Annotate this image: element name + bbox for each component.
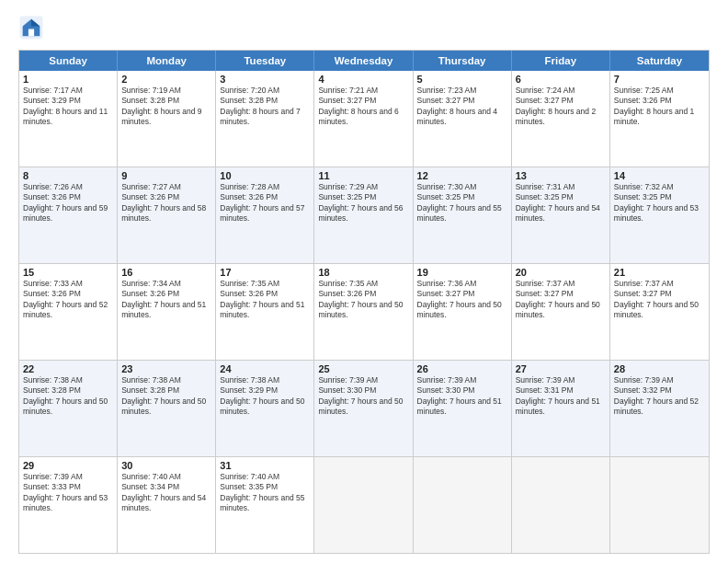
day-info: Sunrise: 7:17 AMSunset: 3:29 PMDaylight:…	[23, 86, 113, 128]
day-number: 17	[220, 267, 310, 278]
day-number: 2	[121, 74, 211, 85]
calendar-header-row: SundayMondayTuesdayWednesdayThursdayFrid…	[19, 51, 709, 71]
calendar-cell: 24Sunrise: 7:38 AMSunset: 3:29 PMDayligh…	[216, 361, 314, 456]
day-number: 15	[23, 267, 113, 278]
calendar-cell: 13Sunrise: 7:31 AMSunset: 3:25 PMDayligh…	[512, 167, 610, 263]
svg-rect-3	[28, 29, 34, 37]
day-info: Sunrise: 7:35 AMSunset: 3:26 PMDaylight:…	[220, 279, 310, 321]
day-number: 16	[121, 267, 211, 278]
day-number: 23	[121, 363, 211, 374]
day-info: Sunrise: 7:40 AMSunset: 3:34 PMDaylight:…	[121, 472, 211, 514]
calendar-cell: 30Sunrise: 7:40 AMSunset: 3:34 PMDayligh…	[118, 457, 216, 553]
calendar-cell: 2Sunrise: 7:19 AMSunset: 3:28 PMDaylight…	[118, 71, 216, 167]
calendar-header-cell: Thursday	[414, 51, 512, 71]
calendar-cell: 16Sunrise: 7:34 AMSunset: 3:26 PMDayligh…	[118, 264, 216, 360]
day-number: 18	[318, 267, 408, 278]
day-info: Sunrise: 7:21 AMSunset: 3:27 PMDaylight:…	[318, 86, 408, 128]
calendar-cell: 6Sunrise: 7:24 AMSunset: 3:27 PMDaylight…	[512, 71, 610, 167]
calendar-row: 22Sunrise: 7:38 AMSunset: 3:28 PMDayligh…	[19, 360, 709, 456]
day-number: 20	[516, 267, 606, 278]
day-number: 12	[417, 170, 507, 181]
day-number: 21	[614, 267, 705, 278]
calendar-cell: 5Sunrise: 7:23 AMSunset: 3:27 PMDaylight…	[414, 71, 512, 167]
calendar-cell	[414, 457, 512, 553]
day-info: Sunrise: 7:38 AMSunset: 3:28 PMDaylight:…	[23, 375, 113, 418]
calendar-body: 1Sunrise: 7:17 AMSunset: 3:29 PMDaylight…	[19, 71, 709, 553]
calendar-cell: 25Sunrise: 7:39 AMSunset: 3:30 PMDayligh…	[314, 361, 413, 456]
day-info: Sunrise: 7:19 AMSunset: 3:28 PMDaylight:…	[121, 86, 211, 128]
logo	[18, 15, 48, 40]
day-info: Sunrise: 7:39 AMSunset: 3:33 PMDaylight:…	[23, 472, 113, 514]
day-info: Sunrise: 7:24 AMSunset: 3:27 PMDaylight:…	[516, 86, 606, 128]
calendar-cell	[610, 457, 709, 553]
calendar-cell: 21Sunrise: 7:37 AMSunset: 3:27 PMDayligh…	[610, 264, 709, 360]
calendar-cell: 1Sunrise: 7:17 AMSunset: 3:29 PMDaylight…	[19, 71, 118, 167]
page: SundayMondayTuesdayWednesdayThursdayFrid…	[0, 0, 728, 563]
day-info: Sunrise: 7:38 AMSunset: 3:29 PMDaylight:…	[220, 375, 310, 418]
day-number: 10	[220, 170, 310, 181]
calendar-cell: 28Sunrise: 7:39 AMSunset: 3:32 PMDayligh…	[610, 361, 709, 456]
calendar-cell: 8Sunrise: 7:26 AMSunset: 3:26 PMDaylight…	[19, 167, 118, 263]
calendar-cell: 7Sunrise: 7:25 AMSunset: 3:26 PMDaylight…	[610, 71, 709, 167]
day-info: Sunrise: 7:26 AMSunset: 3:26 PMDaylight:…	[23, 182, 113, 224]
day-number: 31	[220, 460, 310, 471]
calendar-row: 1Sunrise: 7:17 AMSunset: 3:29 PMDaylight…	[19, 71, 709, 167]
calendar-cell: 31Sunrise: 7:40 AMSunset: 3:35 PMDayligh…	[216, 457, 314, 553]
day-number: 14	[614, 170, 705, 181]
calendar-cell: 12Sunrise: 7:30 AMSunset: 3:25 PMDayligh…	[414, 167, 512, 263]
day-number: 25	[318, 363, 408, 374]
day-info: Sunrise: 7:20 AMSunset: 3:28 PMDaylight:…	[220, 86, 310, 128]
calendar-cell: 3Sunrise: 7:20 AMSunset: 3:28 PMDaylight…	[216, 71, 314, 167]
day-number: 9	[121, 170, 211, 181]
calendar-cell: 29Sunrise: 7:39 AMSunset: 3:33 PMDayligh…	[19, 457, 118, 553]
calendar: SundayMondayTuesdayWednesdayThursdayFrid…	[18, 50, 710, 554]
day-info: Sunrise: 7:37 AMSunset: 3:27 PMDaylight:…	[614, 279, 705, 321]
calendar-header-cell: Monday	[118, 51, 216, 71]
day-number: 11	[318, 170, 408, 181]
day-number: 29	[23, 460, 113, 471]
day-info: Sunrise: 7:31 AMSunset: 3:25 PMDaylight:…	[516, 182, 606, 224]
calendar-cell: 17Sunrise: 7:35 AMSunset: 3:26 PMDayligh…	[216, 264, 314, 360]
calendar-cell: 22Sunrise: 7:38 AMSunset: 3:28 PMDayligh…	[19, 361, 118, 456]
day-info: Sunrise: 7:36 AMSunset: 3:27 PMDaylight:…	[417, 279, 507, 321]
day-info: Sunrise: 7:29 AMSunset: 3:25 PMDaylight:…	[318, 182, 408, 224]
day-info: Sunrise: 7:37 AMSunset: 3:27 PMDaylight:…	[516, 279, 606, 321]
calendar-row: 29Sunrise: 7:39 AMSunset: 3:33 PMDayligh…	[19, 456, 709, 553]
day-info: Sunrise: 7:23 AMSunset: 3:27 PMDaylight:…	[417, 86, 507, 128]
day-number: 19	[417, 267, 507, 278]
day-info: Sunrise: 7:32 AMSunset: 3:25 PMDaylight:…	[614, 182, 705, 224]
day-info: Sunrise: 7:39 AMSunset: 3:31 PMDaylight:…	[516, 375, 606, 418]
day-info: Sunrise: 7:33 AMSunset: 3:26 PMDaylight:…	[23, 279, 113, 321]
day-info: Sunrise: 7:39 AMSunset: 3:30 PMDaylight:…	[417, 375, 507, 418]
day-info: Sunrise: 7:38 AMSunset: 3:28 PMDaylight:…	[121, 375, 211, 418]
calendar-cell	[314, 457, 413, 553]
day-number: 13	[516, 170, 606, 181]
calendar-header-cell: Friday	[512, 51, 610, 71]
day-number: 1	[23, 74, 113, 85]
logo-icon	[18, 15, 44, 40]
day-number: 24	[220, 363, 310, 374]
calendar-header-cell: Sunday	[19, 51, 118, 71]
calendar-cell	[512, 457, 610, 553]
day-info: Sunrise: 7:35 AMSunset: 3:26 PMDaylight:…	[318, 279, 408, 321]
calendar-cell: 20Sunrise: 7:37 AMSunset: 3:27 PMDayligh…	[512, 264, 610, 360]
day-info: Sunrise: 7:30 AMSunset: 3:25 PMDaylight:…	[417, 182, 507, 224]
calendar-row: 15Sunrise: 7:33 AMSunset: 3:26 PMDayligh…	[19, 263, 709, 360]
calendar-header-cell: Wednesday	[314, 51, 413, 71]
day-info: Sunrise: 7:25 AMSunset: 3:26 PMDaylight:…	[614, 86, 705, 128]
day-number: 30	[121, 460, 211, 471]
calendar-cell: 14Sunrise: 7:32 AMSunset: 3:25 PMDayligh…	[610, 167, 709, 263]
calendar-cell: 19Sunrise: 7:36 AMSunset: 3:27 PMDayligh…	[414, 264, 512, 360]
calendar-row: 8Sunrise: 7:26 AMSunset: 3:26 PMDaylight…	[19, 167, 709, 263]
day-info: Sunrise: 7:40 AMSunset: 3:35 PMDaylight:…	[220, 472, 310, 514]
day-number: 5	[417, 74, 507, 85]
calendar-cell: 4Sunrise: 7:21 AMSunset: 3:27 PMDaylight…	[314, 71, 413, 167]
day-number: 3	[220, 74, 310, 85]
calendar-cell: 11Sunrise: 7:29 AMSunset: 3:25 PMDayligh…	[314, 167, 413, 263]
calendar-cell: 27Sunrise: 7:39 AMSunset: 3:31 PMDayligh…	[512, 361, 610, 456]
calendar-header-cell: Saturday	[610, 51, 709, 71]
day-number: 6	[516, 74, 606, 85]
calendar-cell: 10Sunrise: 7:28 AMSunset: 3:26 PMDayligh…	[216, 167, 314, 263]
day-number: 4	[318, 74, 408, 85]
day-info: Sunrise: 7:27 AMSunset: 3:26 PMDaylight:…	[121, 182, 211, 224]
